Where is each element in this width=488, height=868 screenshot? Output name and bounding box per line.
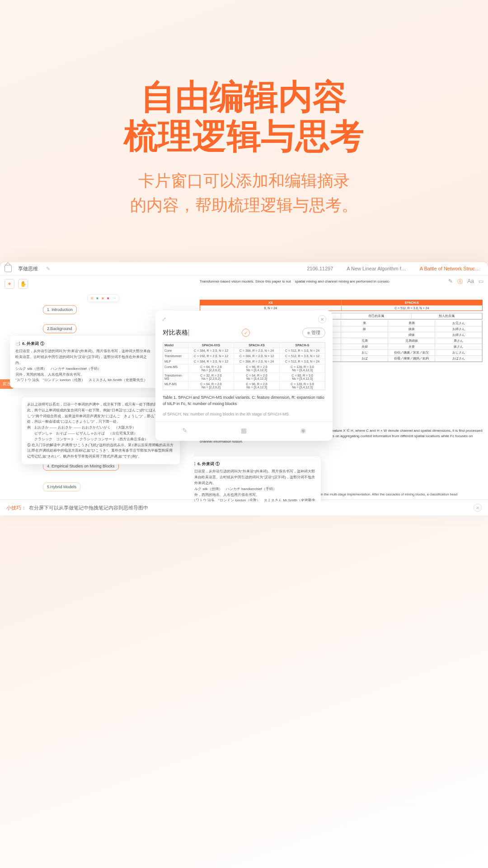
- note-icon[interactable]: ✎: [181, 426, 189, 434]
- tab-2[interactable]: A New Linear Algorithm f…: [343, 266, 409, 271]
- bookmark-tool-icon[interactable]: ▭: [479, 278, 483, 286]
- card-a-line: "スワトウ 汕头 "ロンドン london（伦敦） スミスさん Mr.Smith…: [15, 377, 154, 383]
- doc-title: 享做思维: [18, 265, 38, 272]
- close-icon[interactable]: ✕: [318, 315, 326, 323]
- card-b-line: ⑤ 在入门学的解读中,声调用"ひこうき(飞机)"这样的连线表示。第1课以后采用简…: [27, 443, 174, 460]
- expand-icon[interactable]: ⤢: [162, 316, 166, 322]
- node-background[interactable]: 2.Background: [43, 324, 76, 333]
- annotate-tool-icon[interactable]: Ⓐ: [457, 278, 463, 286]
- variants-table: ModelSPACH-XXSSPACH-XSSPACH-SConvC = 384…: [163, 342, 325, 390]
- doc-text: Transformer-based vision models. Since t…: [200, 279, 483, 284]
- table-caption-1: Table 1. SPACH and SPACH-MS model varian…: [163, 395, 325, 407]
- camera-icon[interactable]: ◉: [299, 426, 307, 434]
- image-icon[interactable]: ▦: [240, 426, 248, 434]
- app-screenshot: 享做思维 ✎ 2106.11297 A New Linear Algorithm…: [0, 262, 488, 515]
- edit-title-icon[interactable]: ✎: [46, 266, 50, 272]
- workspace: ✦ ✋ B ■ ■ ■ ⋯ 前言 1. Introduction 2.Backg…: [0, 275, 488, 501]
- color2-icon[interactable]: ■: [101, 296, 105, 301]
- card-b-line: クラシック コンサート → クラシックコンサート（西方古典音乐会）: [27, 437, 174, 443]
- home-icon[interactable]: [5, 265, 12, 272]
- confirm-icon[interactable]: ✓: [242, 329, 250, 337]
- tip-dismiss-icon[interactable]: ✕: [474, 504, 482, 512]
- hand-tool-icon[interactable]: ✋: [18, 279, 28, 289]
- color1-icon[interactable]: ■: [95, 296, 99, 301]
- mindmap-tools: ✦ ✋: [5, 279, 28, 289]
- pencil-tool-icon[interactable]: ✎: [448, 278, 453, 286]
- table-caption-2: of SPACH, Ns: number of mixing blocks in…: [163, 411, 325, 418]
- manage-button[interactable]: ≡ 管理: [302, 328, 325, 338]
- node-hybrid[interactable]: 5.Hybrid Models: [43, 482, 80, 491]
- card-b-line: ピザンしゃ おそば —— ピザんしゃおそば （古住宅鬼叉烧）: [27, 431, 174, 437]
- card-a-line: シルク silk（丝绸） ハンカチ handkerchief（手绢）: [15, 366, 154, 372]
- doc-tools: ✎ Ⓐ Aa ▭: [448, 278, 483, 286]
- bold-icon[interactable]: B: [90, 296, 94, 301]
- tab-3[interactable]: A Battle of Network Struc…: [416, 266, 483, 271]
- top-bar: 享做思维 ✎ 2106.11297 A New Linear Algorithm…: [0, 262, 488, 275]
- excerpt-card-a[interactable]: 6. 外来词 ① 在日语里，从外语引进的词叫为"外来语"(外来词)。用片假名书写…: [10, 336, 159, 388]
- card-title-input[interactable]: 对比表格: [163, 329, 189, 337]
- card-c-line: 另外，西国的地名、人名也用片假名书写。: [194, 492, 315, 498]
- dialog-toolbar: ✎ ▦ ◉: [155, 421, 333, 441]
- tip-label: 小技巧：: [6, 505, 26, 511]
- card-c-line: シルク silk（丝绸） ハンカチ handkerchief（手绢）: [194, 486, 315, 492]
- tab-1[interactable]: 2106.11297: [303, 266, 337, 271]
- tip-text: 在分屏下可以从享做笔记中拖拽笔记内容到思维导图中: [29, 505, 148, 511]
- cursor-tool-icon[interactable]: ✦: [5, 279, 14, 289]
- excerpt-card-c[interactable]: 6. 外来词 ① 在日语里，从外语引进的词叫为"外来语"(外来词)。用片假名书写…: [194, 456, 321, 501]
- card-b-line: 例 おおさか —— おおさか —— おおさかだいがく （大阪大学）: [27, 425, 174, 431]
- format-toolbar[interactable]: B ■ ■ ■ ⋯: [88, 294, 119, 302]
- doc-spach-table: XSSPACH-S 0, N = 24C = 512, R = 3.0, N =…: [200, 300, 483, 311]
- hero: 自由编辑内容 梳理逻辑与思考 卡片窗口可以添加和编辑摘录 的内容，帮助梳理逻辑与…: [0, 0, 488, 217]
- node-introduction[interactable]: 1. Introduction: [43, 305, 77, 314]
- text-tool-icon[interactable]: Aa: [467, 278, 474, 286]
- card-a-line: 在日语里，从外语引进的词叫为"外来语"(外来词)。用片假名书写，这种词大部分来自…: [15, 349, 154, 366]
- hero-title: 自由编辑内容 梳理逻辑与思考: [0, 77, 488, 156]
- hero-subtitle: 卡片窗口可以添加和编辑摘录 的内容，帮助梳理逻辑与思考。: [0, 169, 488, 217]
- edit-card-dialog[interactable]: ⤢ ✕ 对比表格 ✓ ≡ 管理 ModelSPACH-XXSSPACH-XSSP…: [155, 311, 333, 441]
- color3-icon[interactable]: ■: [106, 296, 110, 301]
- card-c-title: 6. 外来词 ①: [194, 461, 315, 467]
- tip-bar: 小技巧： 在分屏下可以从享做笔记中拖拽笔记内容到思维导图中 ✕: [0, 500, 488, 515]
- card-a-title: 6. 外来词 ①: [15, 340, 154, 347]
- card-b-line: 从以上说明可以看出，日语一个单词的声调中，或没有下降，或只有一处下降的原则。因此…: [27, 402, 174, 425]
- card-c-line: 在日语里，从外语引进的词叫为"外来语"(外来词)。用片假名书写，这种词大部分来自…: [194, 469, 315, 486]
- more-format-icon[interactable]: ⋯: [112, 296, 117, 301]
- card-a-line: 另外，其国的地名、人名也用片假名书写。: [15, 372, 154, 378]
- card-c-line: "スワトウ 汕头 "ロンドン london（伦敦） スミスさん Mr.Smith…: [194, 498, 315, 501]
